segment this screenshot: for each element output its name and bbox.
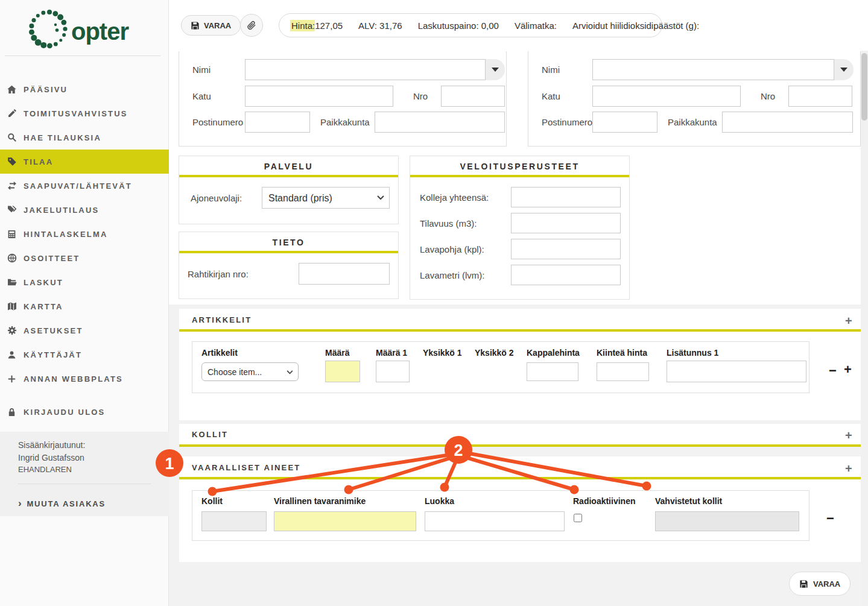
virallinen-tavaranimike-input[interactable] bbox=[274, 511, 416, 531]
col-virallinen-tavaranimike: Virallinen tavaranimike bbox=[274, 496, 366, 506]
col-lisatunnus1: Lisätunnus 1 bbox=[667, 348, 718, 358]
receiver-street-number-input[interactable] bbox=[788, 86, 852, 107]
accent-underline bbox=[179, 329, 861, 332]
sender-name-input[interactable] bbox=[245, 59, 486, 80]
sender-street-number-input[interactable] bbox=[441, 86, 505, 107]
logged-in-title: Sisäänkirjautunut: bbox=[18, 440, 157, 450]
sidebar-item-kayttajat[interactable]: KÄYTTÄJÄT bbox=[0, 342, 169, 367]
kappalehinta-input[interactable] bbox=[527, 362, 578, 381]
sidebar: opter PÄÄSIVU TOIMITUSVAHVISTUS HAE TILA… bbox=[0, 0, 169, 606]
kiintea-hinta-input[interactable] bbox=[597, 362, 649, 381]
maara1-input[interactable] bbox=[376, 361, 410, 382]
save-icon bbox=[799, 579, 808, 589]
palvelu-title: PALVELU bbox=[179, 156, 398, 171]
kollit-input[interactable] bbox=[201, 511, 267, 531]
sender-name-dropdown-button[interactable] bbox=[486, 59, 505, 80]
add-article-row-button[interactable]: + bbox=[844, 363, 852, 376]
varaa-button-top[interactable]: VARAA bbox=[181, 15, 241, 36]
vehicle-type-select-wrap: Standard (pris) bbox=[262, 187, 390, 209]
sidebar-item-laskut[interactable]: LASKUT bbox=[0, 270, 169, 294]
caret-down-icon bbox=[840, 68, 847, 72]
map-icon bbox=[7, 301, 17, 312]
vaaralliset-title: VAARALLISET AINEET bbox=[192, 463, 300, 472]
lisatunnus1-input[interactable] bbox=[667, 361, 806, 382]
receiver-name-input[interactable] bbox=[592, 59, 834, 80]
ajoneuvolaji-label: Ajoneuvolaji: bbox=[191, 193, 242, 203]
sidebar-item-paasivu[interactable]: PÄÄSIVU bbox=[0, 77, 169, 101]
add-kolli-button[interactable]: + bbox=[845, 429, 852, 441]
receiver-city-input[interactable] bbox=[722, 112, 853, 133]
sidebar-item-saapuvat-lahtevat[interactable]: SAAPUVAT/LÄHTEVÄT bbox=[0, 174, 169, 198]
sidebar-item-tilaa[interactable]: TILAA bbox=[0, 150, 169, 174]
col-yksikko1: Yksikkö 1 bbox=[423, 348, 462, 358]
nimi-label: Nimi bbox=[542, 65, 592, 75]
add-dangerous-goods-button[interactable]: + bbox=[845, 462, 852, 475]
accent-underline bbox=[179, 477, 861, 479]
paperclip-icon bbox=[247, 21, 257, 31]
chevron-right-icon: › bbox=[18, 497, 22, 510]
stat-hinta: Hinta:127,05 bbox=[290, 21, 343, 31]
caret-down-icon bbox=[492, 68, 499, 72]
sender-zip-input[interactable] bbox=[245, 112, 310, 133]
stat-alv: ALV: 31,76 bbox=[358, 21, 402, 31]
maara-input[interactable] bbox=[325, 361, 360, 382]
kolleja-input[interactable] bbox=[511, 187, 621, 207]
article-select-wrap: Choose item... bbox=[201, 362, 299, 381]
lock-icon bbox=[7, 407, 17, 417]
sidebar-item-jakelutilaus[interactable]: JAKELUTILAUS bbox=[0, 198, 169, 222]
sidebar-item-toimitusvahvistus[interactable]: TOIMITUSVAHVISTUS bbox=[0, 101, 169, 125]
sender-street-input[interactable] bbox=[245, 86, 393, 107]
receiver-street-input[interactable] bbox=[592, 86, 741, 107]
sidebar-item-kartta[interactable]: KARTTA bbox=[0, 294, 169, 318]
switch-customer-link[interactable]: › MUUTA ASIAKAS bbox=[18, 497, 106, 510]
menu-gap bbox=[0, 391, 169, 400]
lavametri-input[interactable] bbox=[511, 265, 621, 285]
sender-city-input[interactable] bbox=[375, 112, 505, 133]
vehicle-type-select[interactable]: Standard (pris) bbox=[262, 187, 390, 209]
tilavuus-input[interactable] bbox=[511, 213, 621, 233]
katu-label: Katu bbox=[542, 91, 592, 101]
sidebar-item-hae-tilauksia[interactable]: HAE TILAUKSIA bbox=[0, 125, 169, 150]
scrollbar-track[interactable] bbox=[861, 51, 868, 606]
tag-icon bbox=[7, 157, 17, 167]
col-artikkelit: Artikkelit bbox=[201, 348, 238, 358]
sidebar-item-annan-webbplats[interactable]: ANNAN WEBBPLATS bbox=[0, 367, 169, 391]
kollit-section: KOLLIT + bbox=[179, 424, 861, 447]
attachment-button[interactable] bbox=[240, 14, 263, 37]
col-maara1: Määrä 1 bbox=[376, 348, 407, 358]
sidebar-item-osoitteet[interactable]: OSOITTEET bbox=[0, 246, 169, 270]
col-kiintea-hinta: Kiinteä hinta bbox=[597, 348, 647, 358]
rahtikirjan-input[interactable] bbox=[299, 263, 390, 285]
rahtikirjan-label: Rahtikirjan nro: bbox=[188, 269, 249, 279]
accent-underline bbox=[179, 444, 861, 447]
vahvistetut-kollit-input[interactable] bbox=[655, 511, 799, 531]
veloitusperusteet-card: VELOITUSPERUSTEET Kolleja yhteensä: Tila… bbox=[410, 156, 630, 300]
divider bbox=[5, 55, 160, 56]
logged-in-name: Ingrid Gustafsson bbox=[18, 453, 157, 462]
receiver-address-card: Nimi Katu Nro Postinumero Paikkakunta bbox=[528, 51, 861, 147]
sidebar-menu: PÄÄSIVU TOIMITUSVAHVISTUS HAE TILAUKSIA … bbox=[0, 77, 169, 424]
postinumero-label: Postinumero bbox=[192, 117, 245, 127]
sidebar-item-asetukset[interactable]: ASETUKSET bbox=[0, 318, 169, 342]
luokka-input[interactable] bbox=[425, 511, 565, 531]
varaa-button-bottom[interactable]: VARAA bbox=[789, 572, 851, 596]
col-yksikko2: Yksikkö 2 bbox=[475, 348, 514, 358]
article-select[interactable]: Choose item... bbox=[201, 362, 299, 381]
receiver-zip-input[interactable] bbox=[592, 112, 657, 133]
radioaktiivinen-checkbox[interactable] bbox=[574, 514, 582, 522]
gear-icon bbox=[7, 326, 17, 336]
sidebar-item-kirjaudu-ulos[interactable]: KIRJAUDU ULOS bbox=[0, 400, 169, 424]
scrollbar-thumb[interactable] bbox=[861, 53, 867, 121]
col-luokka: Luokka bbox=[425, 496, 454, 506]
receiver-name-dropdown-button[interactable] bbox=[834, 59, 854, 80]
remove-article-row-button[interactable]: − bbox=[829, 364, 837, 377]
add-article-button[interactable]: + bbox=[845, 315, 852, 327]
col-vahvistetut-kollit: Vahvistetut kollit bbox=[655, 496, 722, 506]
remove-dangerous-goods-row-button[interactable]: − bbox=[826, 512, 834, 525]
artikkelit-title: ARTIKKELIT bbox=[192, 315, 252, 324]
order-stats-pill: Hinta:127,05 ALV: 31,76 Laskutuspaino: 0… bbox=[279, 13, 662, 37]
artikkelit-section: ARTIKKELIT + Artikkelit Määrä Määrä 1 Yk… bbox=[179, 309, 861, 420]
sidebar-item-hintalaskelma[interactable]: HINTALASKELMA bbox=[0, 222, 169, 246]
nro-label: Nro bbox=[413, 91, 441, 101]
lavapohja-input[interactable] bbox=[511, 239, 621, 259]
